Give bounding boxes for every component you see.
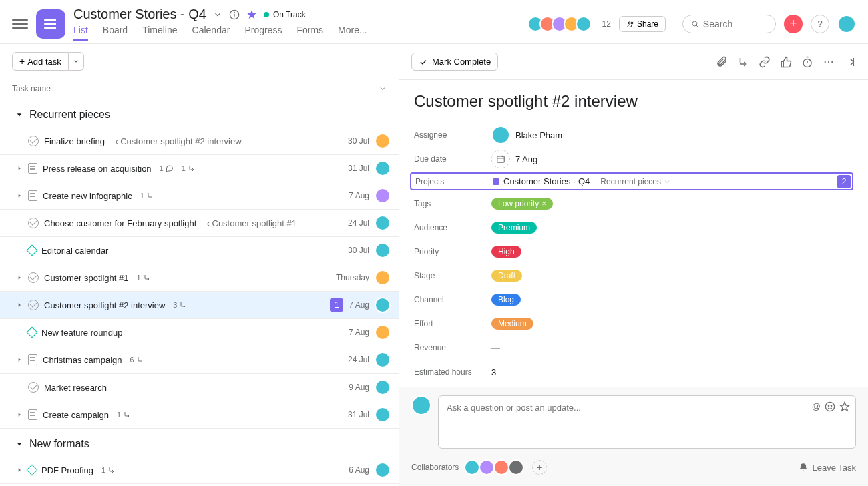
projects-field-highlight: Projects Customer Stories - Q4 Recurrent… <box>410 172 853 190</box>
avatar <box>576 16 592 32</box>
milestone-icon[interactable] <box>27 465 38 476</box>
expand-icon[interactable] <box>16 302 23 308</box>
link-icon[interactable] <box>758 56 771 68</box>
check-circle-icon[interactable] <box>28 136 39 146</box>
expand-icon[interactable] <box>16 193 23 198</box>
revenue-value[interactable]: — <box>491 343 500 353</box>
tab-board[interactable]: Board <box>103 25 128 41</box>
remove-tag-icon[interactable]: × <box>541 199 546 208</box>
global-add-button[interactable]: + <box>784 15 803 33</box>
task-row[interactable]: PDF Proofing16 Aug <box>0 457 399 484</box>
tags-value[interactable]: Low priority× <box>491 198 553 210</box>
close-panel-icon[interactable] <box>844 56 856 68</box>
check-circle-icon[interactable] <box>28 272 39 283</box>
due-date-value[interactable]: 7 Aug <box>491 150 537 168</box>
pill[interactable]: Blog <box>491 294 521 306</box>
subtask-icon[interactable] <box>737 56 749 68</box>
document-icon[interactable] <box>28 190 37 201</box>
emoji-icon[interactable] <box>825 401 835 412</box>
project-section-chip[interactable]: Recurrent pieces <box>600 177 670 186</box>
due-date: Thursday <box>336 273 369 282</box>
add-task-dropdown[interactable] <box>69 52 84 71</box>
task-row[interactable]: Create campaign131 Jul <box>0 401 399 429</box>
task-detail-title[interactable]: Customer spotlight #2 interview <box>414 92 853 111</box>
expand-icon[interactable] <box>16 467 23 473</box>
mention-icon[interactable]: @ <box>812 401 821 412</box>
leave-task-button[interactable]: Leave Task <box>799 463 856 473</box>
expand-icon[interactable] <box>16 357 23 362</box>
task-row[interactable]: Customer spotlight #11Thursday <box>0 264 399 292</box>
task-row[interactable]: Create new infographic17 Aug <box>0 182 399 210</box>
star-outline-icon[interactable] <box>839 401 850 412</box>
chevron-down-icon <box>379 85 387 93</box>
effort-value[interactable]: Medium <box>491 318 533 330</box>
milestone-icon[interactable] <box>27 327 38 338</box>
priority-value[interactable]: High <box>491 246 521 258</box>
task-row[interactable]: Christmas campaign624 Jul <box>0 346 399 374</box>
est-hours-value[interactable]: 3 <box>491 367 496 377</box>
column-header-taskname[interactable]: Task name <box>0 79 399 99</box>
like-icon[interactable] <box>780 56 792 68</box>
svg-marker-19 <box>19 358 21 361</box>
stage-value[interactable]: Draft <box>491 270 522 282</box>
task-row[interactable]: Choose customer for February spotlight ‹… <box>0 210 399 237</box>
pill[interactable]: Low priority× <box>491 198 553 210</box>
audience-value[interactable]: Premium <box>491 222 537 234</box>
member-avatars[interactable] <box>531 16 592 32</box>
expand-icon[interactable] <box>16 275 23 280</box>
check-circle-icon[interactable] <box>28 218 39 228</box>
tab-progress[interactable]: Progress <box>244 25 282 41</box>
search-input[interactable] <box>682 15 776 33</box>
add-collaborator-button[interactable]: + <box>532 460 547 475</box>
task-row[interactable]: Customer spotlight #2 interview317 Aug <box>0 292 399 319</box>
tab-calendar[interactable]: Calendar <box>192 25 230 41</box>
channel-value[interactable]: Blog <box>491 294 521 306</box>
task-row[interactable]: Editorial calendar30 Jul <box>0 237 399 264</box>
pill[interactable]: Premium <box>491 222 537 234</box>
avatar <box>375 133 391 149</box>
check-circle-icon[interactable] <box>28 300 39 310</box>
pill[interactable]: High <box>491 246 521 258</box>
info-icon[interactable] <box>229 9 240 20</box>
est-hours-label: Estimated hours <box>414 367 491 377</box>
section-header[interactable]: New formats <box>0 429 399 457</box>
document-icon[interactable] <box>28 354 37 365</box>
document-icon[interactable] <box>28 409 37 420</box>
mark-complete-button[interactable]: Mark Complete <box>411 53 498 71</box>
star-icon[interactable] <box>246 9 257 20</box>
projects-value[interactable]: Customer Stories - Q4 Recurrent pieces <box>493 176 670 186</box>
pill[interactable]: Medium <box>491 318 533 330</box>
assignee-value[interactable]: Blake Pham <box>491 126 562 144</box>
task-row[interactable]: Market research9 Aug <box>0 374 399 401</box>
expand-icon[interactable] <box>16 412 23 417</box>
tab-timeline[interactable]: Timeline <box>142 25 177 41</box>
more-icon[interactable] <box>823 56 835 68</box>
svg-point-3 <box>45 19 46 21</box>
due-date: 7 Aug <box>349 300 369 310</box>
share-button[interactable]: Share <box>619 16 666 32</box>
project-title[interactable]: Customer Stories - Q4 <box>73 7 206 22</box>
comment-input[interactable]: @ <box>438 395 856 449</box>
section-header[interactable]: Recurrent pieces <box>0 99 399 128</box>
svg-point-12 <box>692 21 697 26</box>
milestone-icon[interactable] <box>27 245 38 256</box>
attachment-icon[interactable] <box>716 56 728 68</box>
check-circle-icon[interactable] <box>28 382 39 393</box>
pill[interactable]: Draft <box>491 270 522 282</box>
hamburger-menu[interactable] <box>12 16 28 32</box>
tab-more[interactable]: More... <box>338 25 367 41</box>
tab-forms[interactable]: Forms <box>296 25 323 41</box>
task-row[interactable]: Finalize briefing ‹ Customer spotlight #… <box>0 128 399 155</box>
timer-icon[interactable] <box>801 56 813 68</box>
document-icon[interactable] <box>28 163 37 174</box>
expand-icon[interactable] <box>16 166 23 171</box>
task-row[interactable]: Press release on acquisition1131 Jul <box>0 155 399 182</box>
project-status[interactable]: On Track <box>264 10 306 19</box>
task-row[interactable]: New feature roundup7 Aug <box>0 319 399 346</box>
tab-list[interactable]: List <box>73 25 88 41</box>
collaborator-avatars[interactable] <box>467 459 524 475</box>
self-avatar[interactable] <box>837 15 856 33</box>
project-menu-chevron[interactable] <box>213 10 222 19</box>
add-task-button[interactable]: + Add task <box>12 52 69 71</box>
help-button[interactable]: ? <box>811 15 829 33</box>
